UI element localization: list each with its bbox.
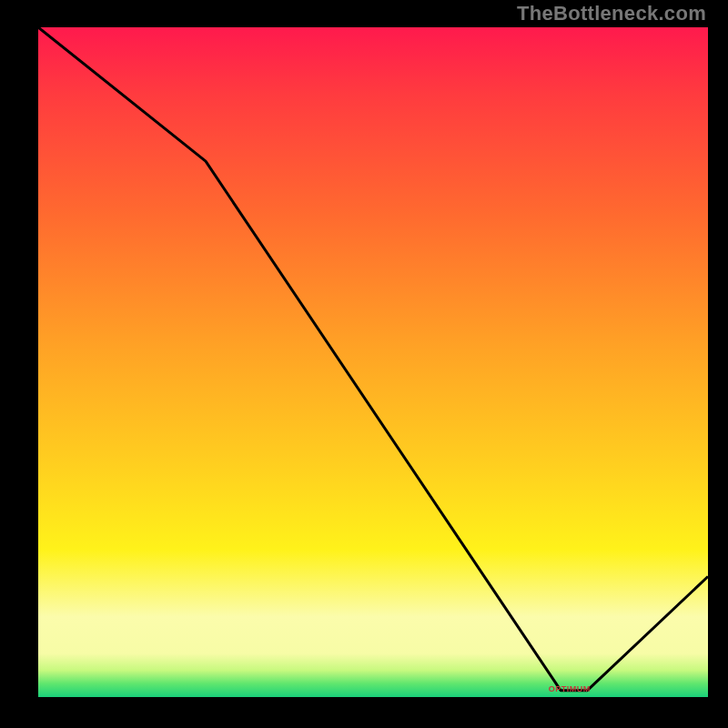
optimum-annotation: OPTIMUM	[549, 684, 591, 693]
line-series	[38, 27, 708, 697]
plot-area: OPTIMUM	[36, 25, 710, 699]
watermark-text: TheBottleneck.com	[517, 2, 706, 25]
chart-canvas: TheBottleneck.com OPTIMUM	[0, 0, 728, 728]
